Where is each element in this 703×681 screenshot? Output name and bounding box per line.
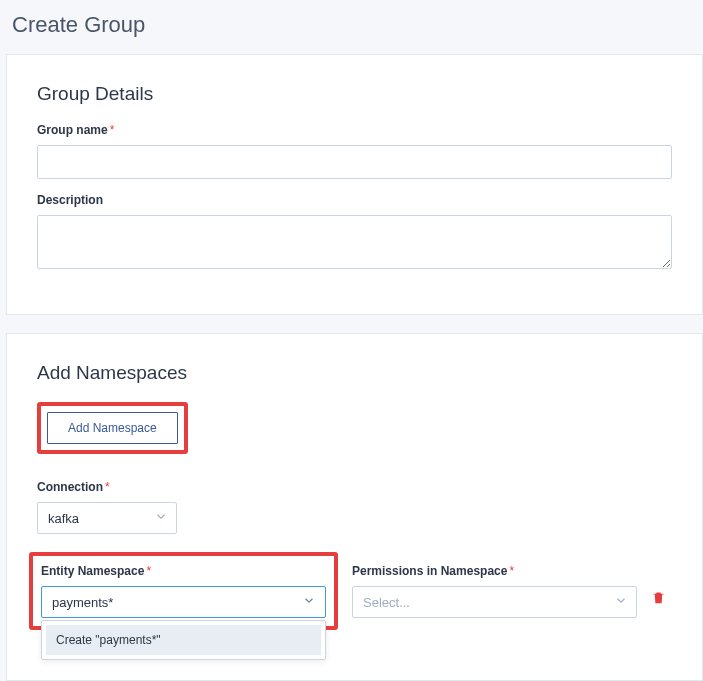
entity-namespace-dropdown: Create "payments*" (41, 620, 326, 660)
description-field: Description (37, 193, 672, 272)
create-namespace-option[interactable]: Create "payments*" (46, 625, 321, 655)
permissions-placeholder: Select... (363, 595, 410, 610)
description-input[interactable] (37, 215, 672, 269)
description-label: Description (37, 193, 672, 207)
delete-namespace-button[interactable] (651, 590, 666, 608)
required-asterisk: * (146, 564, 151, 578)
permissions-field: Permissions in Namespace* Select... (352, 552, 637, 618)
required-asterisk: * (509, 564, 514, 578)
entity-namespace-input[interactable] (41, 586, 326, 618)
add-namespace-highlight: Add Namespace (37, 402, 188, 454)
connection-value: kafka (48, 511, 79, 526)
permissions-label: Permissions in Namespace* (352, 564, 637, 578)
group-details-panel: Group Details Group name* Description (6, 54, 703, 315)
entity-namespace-highlight: Entity Namespace* Create "payments*" (29, 552, 338, 630)
connection-field: Connection* kafka (37, 480, 672, 534)
chevron-down-icon (614, 594, 628, 611)
chevron-down-icon (154, 510, 168, 527)
group-details-title: Group Details (37, 83, 672, 105)
namespace-row: Entity Namespace* Create "payments*" Per… (37, 552, 672, 630)
group-name-input[interactable] (37, 145, 672, 179)
entity-namespace-label: Entity Namespace* (41, 564, 326, 578)
connection-label: Connection* (37, 480, 672, 494)
permissions-select[interactable]: Select... (352, 586, 637, 618)
page-title: Create Group (0, 0, 703, 54)
namespaces-title: Add Namespaces (37, 362, 672, 384)
add-namespace-button[interactable]: Add Namespace (47, 412, 178, 444)
connection-select[interactable]: kafka (37, 502, 177, 534)
required-asterisk: * (105, 480, 110, 494)
group-name-field: Group name* (37, 123, 672, 179)
namespaces-panel: Add Namespaces Add Namespace Connection*… (6, 333, 703, 681)
required-asterisk: * (110, 123, 115, 137)
group-name-label: Group name* (37, 123, 672, 137)
